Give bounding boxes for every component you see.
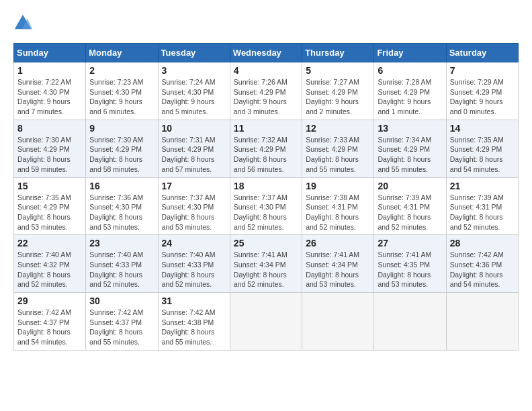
week-row-2: 8 Sunrise: 7:30 AMSunset: 4:29 PMDayligh…	[14, 120, 519, 177]
day-info: Sunrise: 7:42 AMSunset: 4:36 PMDaylight:…	[450, 250, 504, 288]
day-number: 21	[450, 181, 515, 191]
calendar-cell: 3 Sunrise: 7:24 AMSunset: 4:30 PMDayligh…	[158, 62, 230, 120]
day-info: Sunrise: 7:24 AMSunset: 4:30 PMDaylight:…	[162, 78, 216, 116]
day-header-sunday: Sunday	[14, 44, 86, 62]
day-info: Sunrise: 7:31 AMSunset: 4:29 PMDaylight:…	[162, 136, 216, 173]
calendar-cell: 26 Sunrise: 7:41 AMSunset: 4:34 PMDaylig…	[302, 235, 374, 293]
day-info: Sunrise: 7:30 AMSunset: 4:29 PMDaylight:…	[17, 136, 71, 173]
day-info: Sunrise: 7:41 AMSunset: 4:34 PMDaylight:…	[306, 250, 359, 288]
week-row-1: 1 Sunrise: 7:22 AMSunset: 4:30 PMDayligh…	[14, 62, 519, 120]
day-number: 30	[89, 295, 154, 306]
page-header	[13, 13, 519, 32]
day-number: 17	[162, 181, 226, 191]
week-row-5: 29 Sunrise: 7:42 AMSunset: 4:37 PMDaylig…	[14, 293, 519, 351]
day-number: 8	[17, 123, 82, 134]
day-info: Sunrise: 7:42 AMSunset: 4:37 PMDaylight:…	[17, 308, 71, 346]
day-number: 10	[162, 123, 226, 134]
calendar-cell: 25 Sunrise: 7:41 AMSunset: 4:34 PMDaylig…	[230, 235, 302, 293]
day-info: Sunrise: 7:27 AMSunset: 4:29 PMDaylight:…	[306, 78, 359, 116]
calendar-cell: 2 Sunrise: 7:23 AMSunset: 4:30 PMDayligh…	[86, 62, 158, 120]
day-header-monday: Monday	[86, 44, 158, 62]
day-number: 11	[234, 123, 298, 134]
calendar-cell	[230, 293, 302, 351]
day-number: 6	[378, 65, 442, 76]
day-header-thursday: Thursday	[302, 44, 374, 62]
logo-icon	[13, 13, 32, 32]
calendar-cell: 10 Sunrise: 7:31 AMSunset: 4:29 PMDaylig…	[158, 120, 230, 177]
day-info: Sunrise: 7:37 AMSunset: 4:30 PMDaylight:…	[234, 193, 287, 231]
calendar-cell	[374, 293, 446, 351]
day-header-friday: Friday	[374, 44, 446, 62]
day-info: Sunrise: 7:42 AMSunset: 4:37 PMDaylight:…	[89, 308, 143, 346]
week-row-4: 22 Sunrise: 7:40 AMSunset: 4:32 PMDaylig…	[14, 235, 519, 293]
calendar-cell: 12 Sunrise: 7:33 AMSunset: 4:29 PMDaylig…	[302, 120, 374, 177]
day-info: Sunrise: 7:26 AMSunset: 4:29 PMDaylight:…	[234, 78, 287, 116]
calendar-cell: 23 Sunrise: 7:40 AMSunset: 4:33 PMDaylig…	[86, 235, 158, 293]
calendar-cell: 28 Sunrise: 7:42 AMSunset: 4:36 PMDaylig…	[446, 235, 518, 293]
calendar-cell: 24 Sunrise: 7:40 AMSunset: 4:33 PMDaylig…	[158, 235, 230, 293]
day-number: 2	[89, 65, 154, 76]
calendar-cell: 14 Sunrise: 7:35 AMSunset: 4:29 PMDaylig…	[446, 120, 518, 177]
calendar-cell: 4 Sunrise: 7:26 AMSunset: 4:29 PMDayligh…	[230, 62, 302, 120]
calendar-cell: 13 Sunrise: 7:34 AMSunset: 4:29 PMDaylig…	[374, 120, 446, 177]
day-number: 25	[234, 238, 298, 248]
calendar-cell: 17 Sunrise: 7:37 AMSunset: 4:30 PMDaylig…	[158, 177, 230, 235]
day-info: Sunrise: 7:41 AMSunset: 4:34 PMDaylight:…	[234, 250, 287, 288]
day-info: Sunrise: 7:40 AMSunset: 4:32 PMDaylight:…	[17, 250, 71, 288]
calendar-cell: 27 Sunrise: 7:41 AMSunset: 4:35 PMDaylig…	[374, 235, 446, 293]
day-info: Sunrise: 7:37 AMSunset: 4:30 PMDaylight:…	[162, 193, 216, 231]
calendar-cell: 21 Sunrise: 7:39 AMSunset: 4:31 PMDaylig…	[446, 177, 518, 235]
calendar-cell: 1 Sunrise: 7:22 AMSunset: 4:30 PMDayligh…	[14, 62, 86, 120]
day-number: 18	[234, 181, 298, 191]
day-header-saturday: Saturday	[446, 44, 518, 62]
calendar-cell: 31 Sunrise: 7:42 AMSunset: 4:38 PMDaylig…	[158, 293, 230, 351]
day-info: Sunrise: 7:39 AMSunset: 4:31 PMDaylight:…	[378, 193, 431, 231]
day-number: 7	[450, 65, 515, 76]
day-number: 27	[378, 238, 442, 248]
day-info: Sunrise: 7:29 AMSunset: 4:29 PMDaylight:…	[450, 78, 504, 116]
day-header-wednesday: Wednesday	[230, 44, 302, 62]
calendar-cell: 19 Sunrise: 7:38 AMSunset: 4:31 PMDaylig…	[302, 177, 374, 235]
calendar-cell: 8 Sunrise: 7:30 AMSunset: 4:29 PMDayligh…	[14, 120, 86, 177]
day-info: Sunrise: 7:30 AMSunset: 4:29 PMDaylight:…	[89, 136, 143, 173]
day-number: 31	[162, 295, 226, 306]
day-number: 15	[17, 181, 82, 191]
day-info: Sunrise: 7:32 AMSunset: 4:29 PMDaylight:…	[234, 136, 287, 173]
day-number: 22	[17, 238, 82, 248]
day-info: Sunrise: 7:22 AMSunset: 4:30 PMDaylight:…	[17, 78, 71, 116]
header-row: SundayMondayTuesdayWednesdayThursdayFrid…	[14, 44, 519, 62]
day-number: 23	[89, 238, 154, 248]
calendar-cell	[302, 293, 374, 351]
day-number: 29	[17, 295, 82, 306]
day-info: Sunrise: 7:38 AMSunset: 4:31 PMDaylight:…	[306, 193, 359, 231]
day-number: 12	[306, 123, 370, 134]
day-number: 3	[162, 65, 226, 76]
calendar-cell: 5 Sunrise: 7:27 AMSunset: 4:29 PMDayligh…	[302, 62, 374, 120]
day-info: Sunrise: 7:23 AMSunset: 4:30 PMDaylight:…	[89, 78, 143, 116]
day-number: 20	[378, 181, 442, 191]
day-number: 24	[162, 238, 226, 248]
day-header-tuesday: Tuesday	[158, 44, 230, 62]
calendar-cell: 9 Sunrise: 7:30 AMSunset: 4:29 PMDayligh…	[86, 120, 158, 177]
week-row-3: 15 Sunrise: 7:35 AMSunset: 4:29 PMDaylig…	[14, 177, 519, 235]
calendar-cell: 7 Sunrise: 7:29 AMSunset: 4:29 PMDayligh…	[446, 62, 518, 120]
day-info: Sunrise: 7:40 AMSunset: 4:33 PMDaylight:…	[89, 250, 143, 288]
calendar-cell: 29 Sunrise: 7:42 AMSunset: 4:37 PMDaylig…	[14, 293, 86, 351]
day-number: 14	[450, 123, 515, 134]
day-number: 28	[450, 238, 515, 248]
calendar-cell	[446, 293, 518, 351]
day-info: Sunrise: 7:34 AMSunset: 4:29 PMDaylight:…	[378, 136, 431, 173]
calendar-table: SundayMondayTuesdayWednesdayThursdayFrid…	[13, 43, 519, 351]
day-info: Sunrise: 7:28 AMSunset: 4:29 PMDaylight:…	[378, 78, 431, 116]
day-number: 5	[306, 65, 370, 76]
day-number: 1	[17, 65, 82, 76]
calendar-cell: 16 Sunrise: 7:36 AMSunset: 4:30 PMDaylig…	[86, 177, 158, 235]
calendar-cell: 6 Sunrise: 7:28 AMSunset: 4:29 PMDayligh…	[374, 62, 446, 120]
calendar-cell: 15 Sunrise: 7:35 AMSunset: 4:29 PMDaylig…	[14, 177, 86, 235]
day-info: Sunrise: 7:35 AMSunset: 4:29 PMDaylight:…	[17, 193, 71, 231]
calendar-cell: 18 Sunrise: 7:37 AMSunset: 4:30 PMDaylig…	[230, 177, 302, 235]
day-number: 4	[234, 65, 298, 76]
calendar-cell: 11 Sunrise: 7:32 AMSunset: 4:29 PMDaylig…	[230, 120, 302, 177]
day-number: 26	[306, 238, 370, 248]
day-info: Sunrise: 7:35 AMSunset: 4:29 PMDaylight:…	[450, 136, 504, 173]
